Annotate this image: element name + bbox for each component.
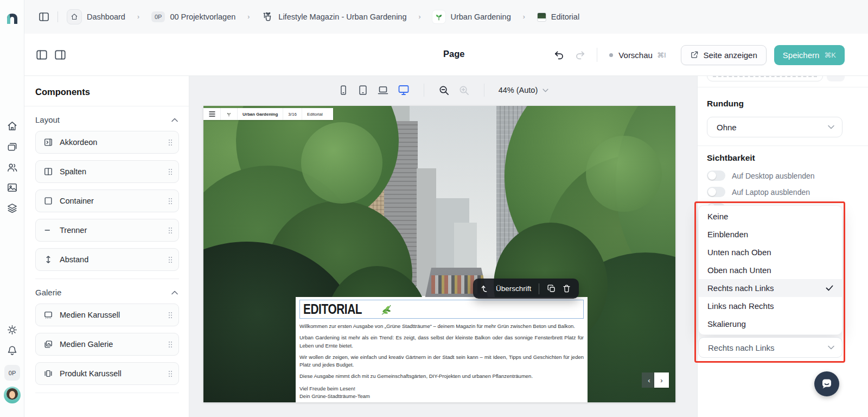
theme-icon[interactable]: [7, 324, 18, 336]
animation-dropdown-menu: Keine Einblenden Unten nach Oben Oben na…: [698, 205, 843, 335]
check-icon: [826, 285, 833, 291]
editorial-closing[interactable]: Viel Freude beim Lesen!Dein Grüne-Stadtt…: [299, 385, 584, 401]
breadcrumb-item-urban-gardening[interactable]: Urban Gardening: [450, 12, 510, 21]
chat-widget-button[interactable]: [814, 371, 839, 396]
undo-icon[interactable]: [553, 49, 565, 61]
device-tablet-icon[interactable]: [358, 85, 368, 96]
drag-handle[interactable]: [169, 342, 172, 348]
sidebar-toggle-icon[interactable]: [38, 11, 50, 23]
workspace-badge[interactable]: 0P: [4, 365, 20, 381]
preview-site-title[interactable]: Urban Gardening: [237, 108, 283, 120]
drag-handle[interactable]: [169, 312, 172, 318]
line-style-input[interactable]: [707, 76, 823, 81]
section-galerie-header[interactable]: Galerie: [35, 288, 178, 297]
menu-option-einblenden[interactable]: Einblenden: [699, 225, 842, 243]
nav-rail: 0P: [0, 0, 24, 417]
sichtbarkeit-label: Sichtbarkeit: [707, 153, 843, 163]
chevron-up-icon: [171, 290, 178, 295]
topbar: Dashboard › 0P 00 Projektvorlagen › Life…: [24, 0, 868, 34]
page-preview[interactable]: Urban Gardening 3/16 Editorial Überschri…: [203, 106, 675, 402]
menu-option-rechts-nach-links[interactable]: Rechts nach Links: [699, 279, 842, 297]
breadcrumb-separator: ›: [247, 13, 250, 21]
component-akkordeon[interactable]: Akkordeon: [35, 131, 179, 154]
line-style-button[interactable]: [827, 76, 845, 81]
drag-handle[interactable]: [169, 169, 172, 175]
breadcrumb-home-icon[interactable]: [67, 9, 82, 24]
editorial-paragraph[interactable]: Diese Ausgabe nimmt dich mit zu Gemeinsc…: [299, 372, 584, 380]
speichern-shortcut: ⌘K: [824, 51, 836, 59]
carousel-next-button[interactable]: ›: [654, 372, 669, 388]
menu-option-skalierung[interactable]: Skalierung: [699, 315, 842, 333]
zoom-in-icon[interactable]: [458, 85, 470, 96]
section-layout-header[interactable]: Layout: [35, 115, 178, 124]
device-desktop-icon[interactable]: [398, 84, 410, 96]
chevron-down-icon: [828, 125, 834, 129]
left-panel-toggle-icon[interactable]: [35, 48, 48, 61]
component-medien-karussell[interactable]: Medien Karussell: [35, 304, 179, 326]
component-medien-galerie[interactable]: Medien Galerie: [35, 333, 179, 356]
media-gallery-icon: [43, 339, 53, 349]
seite-anzeigen-button[interactable]: Seite anzeigen: [681, 45, 767, 65]
select-parent-icon[interactable]: [481, 284, 490, 293]
editorial-heading: EDITORIAL: [303, 301, 362, 318]
vorschau-button[interactable]: Vorschau: [618, 50, 653, 60]
gardening-icon: [261, 11, 273, 23]
layers-icon[interactable]: [7, 203, 18, 214]
user-avatar[interactable]: [4, 387, 21, 403]
animation-select[interactable]: Rechts nach Links: [698, 337, 843, 358]
menu-option-oben-nach-unten[interactable]: Oben nach Unten: [699, 261, 842, 279]
menu-option-unten-nach-oben[interactable]: Unten nach Oben: [699, 243, 842, 261]
app-logo[interactable]: [5, 11, 20, 26]
component-container[interactable]: Container: [35, 189, 179, 212]
zoom-level-dropdown[interactable]: 44% (Auto): [499, 86, 549, 94]
editorial-paragraph[interactable]: Urban Gardening ist mehr als ein Trend: …: [299, 334, 584, 350]
media-icon[interactable]: [7, 182, 18, 193]
selected-heading-block[interactable]: EDITORIAL: [299, 300, 584, 319]
speichern-button[interactable]: Speichern ⌘K: [774, 45, 845, 65]
trash-icon[interactable]: [562, 284, 571, 293]
rundung-select[interactable]: Ohne: [707, 117, 843, 137]
preview-page-name[interactable]: Editorial: [302, 108, 328, 120]
editor-toolbar: Page Vorschau ⌘I Seite anzeigen Speicher…: [24, 34, 868, 76]
home-icon[interactable]: [7, 121, 18, 132]
device-phone-icon[interactable]: [338, 85, 349, 96]
breadcrumb-badge: 0P: [151, 11, 165, 22]
component-produkt-karussell[interactable]: Produkt Karussell: [35, 362, 179, 385]
breadcrumb-item-lifestyle-magazin[interactable]: Lifestyle Magazin - Urban Gardening: [278, 12, 406, 21]
editorial-paragraph[interactable]: Wir wollen dir zeigen, wie einfach und k…: [299, 353, 584, 369]
breadcrumb-item-dashboard[interactable]: Dashboard: [87, 12, 125, 21]
toggle-switch[interactable]: [707, 187, 725, 197]
drag-handle[interactable]: [169, 140, 172, 146]
toggle-laptop-ausblenden: Auf Laptop ausblenden: [707, 187, 843, 197]
component-abstand[interactable]: Abstand: [35, 248, 179, 271]
editorial-paragraph[interactable]: Willkommen zur ersten Ausgabe von „Grüne…: [299, 323, 584, 330]
editorial-card[interactable]: EDITORIAL Willkommen zur ersten Ausgabe …: [296, 297, 588, 402]
duplicate-icon[interactable]: [547, 284, 556, 293]
drag-handle[interactable]: [169, 257, 172, 263]
page-thumbnail: [537, 12, 546, 22]
projects-icon[interactable]: [7, 141, 18, 153]
breadcrumb-separator: ›: [523, 13, 525, 21]
drag-handle[interactable]: [169, 228, 172, 233]
drag-handle[interactable]: [169, 198, 172, 204]
drag-handle[interactable]: [169, 371, 172, 377]
rundung-label: Rundung: [707, 99, 843, 109]
preview-menu-icon[interactable]: [208, 108, 220, 120]
toggle-switch[interactable]: [707, 170, 725, 181]
device-laptop-icon[interactable]: [377, 84, 389, 96]
breadcrumb-item-projektvorlagen[interactable]: 00 Projektvorlagen: [170, 12, 235, 21]
preview-logo-icon[interactable]: [220, 108, 237, 120]
redo-icon[interactable]: [575, 49, 586, 61]
notifications-bell-icon[interactable]: [7, 345, 18, 356]
vorschau-shortcut: ⌘I: [657, 51, 666, 59]
menu-option-links-nach-rechts[interactable]: Links nach Rechts: [699, 297, 842, 315]
component-spalten[interactable]: Spalten: [35, 160, 179, 183]
breadcrumb-separator: ›: [418, 13, 420, 21]
breadcrumb-item-editorial[interactable]: Editorial: [551, 12, 579, 21]
users-icon[interactable]: [7, 162, 18, 173]
breadcrumb-separator: ›: [137, 13, 139, 21]
zoom-out-icon[interactable]: [438, 85, 450, 96]
right-panel-toggle-icon[interactable]: [54, 48, 67, 61]
menu-option-keine[interactable]: Keine: [699, 207, 842, 225]
component-trenner[interactable]: Trenner: [35, 219, 179, 242]
